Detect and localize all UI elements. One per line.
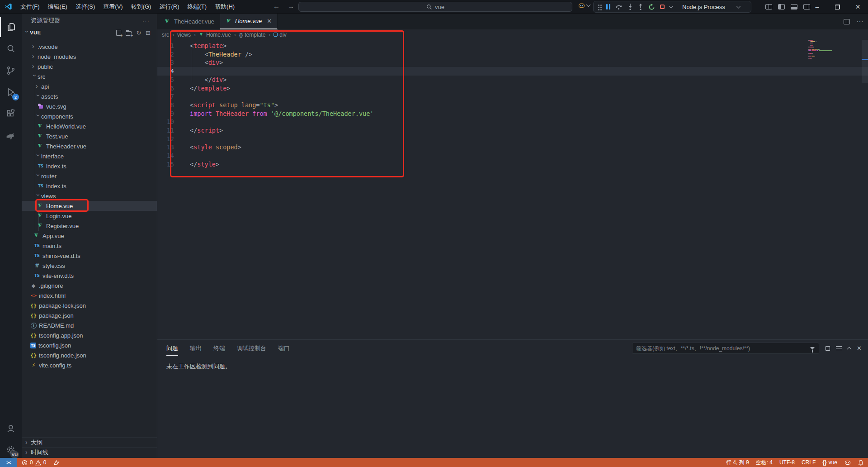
code-line-9[interactable]: 9import TheHeader from '@/components/The… — [157, 110, 868, 118]
panel-tab-端口[interactable]: 端口 — [278, 341, 290, 355]
maximize-panel-icon[interactable] — [847, 347, 852, 351]
tree-item-login-vue[interactable]: Login.vue — [22, 211, 157, 221]
code-line-12[interactable]: 12 — [157, 135, 868, 143]
chevron-down-icon[interactable] — [669, 4, 674, 8]
panel-tab-问题[interactable]: 问题 — [166, 341, 178, 356]
search-tab[interactable] — [0, 39, 22, 59]
copilot-button[interactable] — [578, 2, 590, 9]
code-line-11[interactable]: 11</script> — [157, 126, 868, 135]
menu-item-6[interactable]: 终端(T) — [183, 3, 211, 11]
tree-item-package-lock-json[interactable]: package-lock.json — [22, 300, 157, 310]
tree-item-index-ts[interactable]: index.ts — [22, 181, 157, 191]
accounts-button[interactable] — [0, 419, 22, 438]
tree-item-src[interactable]: src — [22, 71, 157, 81]
breadcrumb-item-src[interactable]: src — [162, 32, 169, 38]
tree-item-helloworld-vue[interactable]: HelloWorld.vue — [22, 121, 157, 131]
more-actions-icon[interactable]: ··· — [142, 17, 150, 24]
new-folder-icon[interactable] — [126, 31, 132, 36]
code-line-10[interactable]: 10 — [157, 118, 868, 126]
outline-section[interactable]: 大纲 — [22, 437, 157, 447]
customize-layout-icon[interactable] — [765, 4, 772, 10]
tree-item-home-vue[interactable]: Home.vue — [22, 201, 157, 211]
pause-button[interactable] — [606, 4, 610, 10]
filter-input[interactable] — [632, 345, 810, 352]
more-actions-icon[interactable]: ··· — [856, 18, 863, 26]
code-line-1[interactable]: 1<template> — [157, 42, 868, 50]
nav-forward-icon[interactable]: → — [288, 2, 294, 10]
tree-item-index-html[interactable]: index.html — [22, 291, 157, 300]
encoding[interactable]: UTF-8 — [779, 459, 795, 466]
tree-item-api[interactable]: api — [22, 81, 157, 91]
panel-tab-终端[interactable]: 终端 — [213, 341, 225, 355]
close-tab-icon[interactable]: ✕ — [267, 18, 272, 24]
language-mode[interactable]: {} vue — [822, 459, 837, 466]
split-editor-icon[interactable] — [844, 19, 850, 24]
menu-item-3[interactable]: 查看(V) — [99, 3, 127, 11]
code-line-8[interactable]: 8<script setup lang="ts"> — [157, 101, 868, 110]
code-line-3[interactable]: 3 <div> — [157, 58, 868, 67]
cursor-position[interactable]: 行 4, 列 9 — [726, 459, 749, 467]
tree-item-style-css[interactable]: style.css — [22, 261, 157, 271]
debug-session-dropdown[interactable]: Node.js Process — [682, 4, 740, 10]
code-line-2[interactable]: 2 <TheHeader /> — [157, 50, 868, 59]
breadcrumb[interactable]: src›views›Home.vue›template›div — [162, 29, 287, 40]
tree-item--vscode[interactable]: .vscode — [22, 42, 157, 52]
menu-item-5[interactable]: 运行(R) — [155, 3, 183, 11]
menu-item-1[interactable]: 编辑(E) — [44, 3, 71, 11]
tree-item-components[interactable]: components — [22, 111, 157, 121]
code-line-7[interactable]: 7 — [157, 92, 868, 101]
tree-item-vue-svg[interactable]: vue.svg — [22, 101, 157, 111]
tree-item-assets[interactable]: assets — [22, 91, 157, 101]
tree-item-interface[interactable]: interface — [22, 151, 157, 161]
code-line-14[interactable]: 14 — [157, 152, 868, 160]
problems-status[interactable]: 0 0 — [22, 459, 60, 466]
restore-button[interactable] — [827, 0, 848, 14]
tree-item-tsconfig-json[interactable]: tsconfig.json — [22, 340, 157, 350]
nav-back-icon[interactable]: ← — [273, 2, 280, 10]
list-view-icon[interactable] — [836, 346, 842, 350]
drag-grip-icon[interactable] — [598, 5, 599, 6]
menu-item-0[interactable]: 文件(F) — [16, 3, 44, 11]
breadcrumb-item-div[interactable]: div — [274, 32, 286, 38]
panel-tab-输出[interactable]: 输出 — [190, 341, 202, 355]
source-control-tab[interactable] — [0, 61, 22, 81]
tree-item-register-vue[interactable]: Register.vue — [22, 221, 157, 231]
extensions-tab[interactable] — [0, 104, 22, 124]
menu-item-2[interactable]: 选择(S) — [71, 3, 99, 11]
timeline-section[interactable]: 时间线 — [22, 447, 157, 457]
scrollbar-thumb[interactable] — [862, 40, 868, 83]
panel-tab-调试控制台[interactable]: 调试控制台 — [237, 341, 266, 355]
new-file-icon[interactable] — [116, 30, 121, 36]
breadcrumb-item-template[interactable]: template — [239, 32, 266, 38]
command-center-search[interactable]: vue — [298, 2, 572, 12]
tree-item-router[interactable]: router — [22, 171, 157, 181]
tab-home[interactable]: Home.vue ✕ — [220, 14, 278, 29]
minimap[interactable] — [808, 40, 858, 94]
kangaroo-extension-tab[interactable] — [0, 127, 22, 147]
workspace-section-header[interactable]: VUE ↻ ⊟ — [22, 27, 157, 38]
menu-item-7[interactable]: 帮助(H) — [211, 3, 239, 11]
code-line-15[interactable]: 15</style> — [157, 160, 868, 169]
breadcrumb-item-views[interactable]: views — [177, 32, 191, 38]
code-editor[interactable]: 1<template>2 <TheHeader />3 <div>45 </di… — [157, 40, 868, 339]
close-button[interactable]: ✕ — [848, 0, 868, 14]
collapse-all-icon[interactable]: ⊟ — [146, 30, 151, 36]
eol-sequence[interactable]: CRLF — [802, 459, 816, 466]
tree-item-public[interactable]: public — [22, 62, 157, 71]
code-line-5[interactable]: 5 </div> — [157, 76, 868, 84]
problems-filter[interactable] — [632, 343, 819, 354]
stop-icon[interactable] — [660, 5, 665, 9]
code-line-6[interactable]: 6</template> — [157, 84, 868, 93]
copilot-status-icon[interactable] — [844, 460, 851, 466]
explorer-tab[interactable] — [0, 17, 22, 37]
tree-item-theheader-vue[interactable]: TheHeader.vue — [22, 141, 157, 151]
tree-item-readme-md[interactable]: README.md — [22, 320, 157, 330]
tree-item-views[interactable]: views — [22, 191, 157, 201]
toggle-panel-icon[interactable] — [791, 4, 797, 10]
tree-item-index-ts[interactable]: index.ts — [22, 161, 157, 171]
minimize-button[interactable]: – — [807, 0, 827, 14]
filter-icon[interactable] — [810, 347, 815, 350]
tree-item-shims-vue-d-ts[interactable]: shims-vue.d.ts — [22, 251, 157, 261]
tree-item-node-modules[interactable]: node_modules — [22, 52, 157, 62]
step-over-icon[interactable] — [615, 4, 623, 10]
